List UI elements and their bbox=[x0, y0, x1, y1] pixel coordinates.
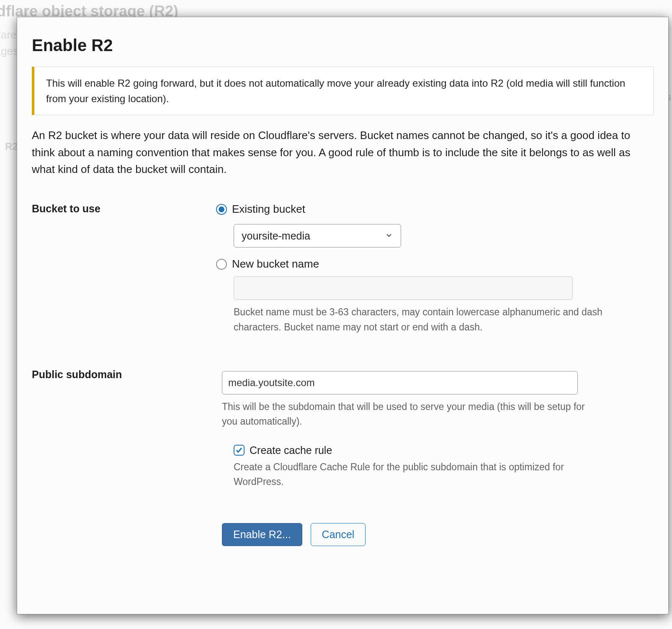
radio-icon-checked bbox=[216, 204, 227, 215]
cancel-button[interactable]: Cancel bbox=[311, 523, 366, 546]
cache-rule-helper: Create a Cloudflare Cache Rule for the p… bbox=[234, 460, 606, 490]
enable-r2-button[interactable]: Enable R2... bbox=[222, 523, 302, 546]
create-cache-rule-checkbox[interactable]: Create cache rule bbox=[234, 444, 654, 456]
dialog-notice: This will enable R2 going forward, but i… bbox=[32, 67, 654, 115]
existing-bucket-radio[interactable]: Existing bucket bbox=[216, 203, 654, 216]
cache-rule-label: Create cache rule bbox=[250, 444, 332, 456]
chevron-down-icon bbox=[385, 230, 393, 242]
existing-bucket-value: yoursite-media bbox=[242, 230, 310, 242]
subdomain-helper: This will be the subdomain that will be … bbox=[222, 400, 595, 429]
dialog-intro: An R2 bucket is where your data will res… bbox=[32, 127, 654, 178]
subdomain-label: Public subdomain bbox=[32, 369, 216, 523]
new-bucket-helper: Bucket name must be 3-63 characters, may… bbox=[234, 305, 606, 335]
dialog-title: Enable R2 bbox=[32, 36, 654, 55]
new-bucket-name-input[interactable] bbox=[234, 276, 573, 300]
existing-bucket-radio-label: Existing bucket bbox=[232, 203, 305, 216]
public-subdomain-input[interactable] bbox=[222, 371, 578, 394]
new-bucket-radio-label: New bucket name bbox=[232, 258, 319, 271]
checkbox-checked-icon bbox=[234, 445, 245, 456]
new-bucket-radio[interactable]: New bucket name bbox=[216, 258, 654, 271]
radio-icon-unchecked bbox=[216, 259, 227, 270]
bucket-label: Bucket to use bbox=[32, 203, 216, 368]
enable-r2-dialog: Enable R2 This will enable R2 going forw… bbox=[17, 17, 669, 614]
existing-bucket-select[interactable]: yoursite-media bbox=[234, 224, 401, 247]
